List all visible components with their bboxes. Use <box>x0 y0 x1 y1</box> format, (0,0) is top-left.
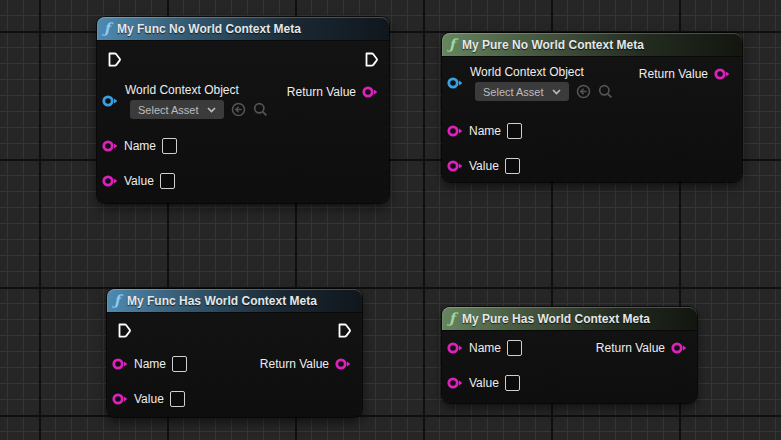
name-pin[interactable] <box>102 139 118 153</box>
asset-picker-dropdown[interactable]: Select Asset <box>130 100 224 119</box>
return-value-label: Return Value <box>639 67 708 81</box>
name-pin[interactable] <box>447 124 463 138</box>
return-value-label: Return Value <box>260 357 329 371</box>
name-input[interactable] <box>172 356 187 372</box>
value-input[interactable] <box>505 158 520 174</box>
browse-asset-icon[interactable] <box>598 84 613 99</box>
graph-canvas[interactable]: ƒ My Func No World Context Meta World Co… <box>0 0 781 440</box>
node-title: My Func Has World Context Meta <box>127 294 317 308</box>
node-title: My Pure No World Context Meta <box>462 38 644 52</box>
chevron-down-icon <box>207 107 216 113</box>
name-pin[interactable] <box>112 357 128 371</box>
return-value-pin[interactable] <box>714 67 730 81</box>
value-label: Value <box>469 376 499 390</box>
name-label: Name <box>469 124 501 138</box>
use-selected-asset-icon[interactable] <box>231 102 246 117</box>
name-input[interactable] <box>162 138 177 154</box>
value-pin[interactable] <box>447 159 463 173</box>
asset-picker-value: Select Asset <box>138 104 199 116</box>
name-input[interactable] <box>507 123 522 139</box>
world-context-object-label: World Context Object <box>125 83 268 97</box>
value-label: Value <box>469 159 499 173</box>
asset-picker-value: Select Asset <box>483 86 544 98</box>
function-icon: ƒ <box>449 311 455 325</box>
name-label: Name <box>134 357 166 371</box>
node-header[interactable]: ƒ My Func No World Context Meta <box>97 17 389 40</box>
node-header[interactable]: ƒ My Func Has World Context Meta <box>107 289 362 312</box>
browse-asset-icon[interactable] <box>253 102 268 117</box>
function-icon: ƒ <box>114 293 120 307</box>
node-my-func-no-world-context-meta[interactable]: ƒ My Func No World Context Meta World Co… <box>97 17 389 203</box>
value-label: Value <box>134 392 164 406</box>
value-input[interactable] <box>160 173 175 189</box>
chevron-down-icon <box>552 89 561 95</box>
node-title: My Func No World Context Meta <box>117 22 301 36</box>
node-my-func-has-world-context-meta[interactable]: ƒ My Func Has World Context Meta Name Re… <box>107 289 362 417</box>
return-value-label: Return Value <box>287 85 356 99</box>
function-icon: ƒ <box>449 37 455 51</box>
node-header[interactable]: ƒ My Pure Has World Context Meta <box>442 307 697 330</box>
value-pin[interactable] <box>102 174 118 188</box>
exec-output-pin[interactable] <box>338 323 351 339</box>
name-input[interactable] <box>507 340 522 356</box>
return-value-pin[interactable] <box>671 341 687 355</box>
exec-output-pin[interactable] <box>365 52 378 68</box>
return-value-pin[interactable] <box>335 357 351 371</box>
node-my-pure-no-world-context-meta[interactable]: ƒ My Pure No World Context Meta World Co… <box>442 33 742 182</box>
name-label: Name <box>469 341 501 355</box>
node-header[interactable]: ƒ My Pure No World Context Meta <box>442 33 742 56</box>
use-selected-asset-icon[interactable] <box>576 84 591 99</box>
value-pin[interactable] <box>112 392 128 406</box>
function-icon: ƒ <box>104 21 110 35</box>
world-context-object-label: World Context Object <box>470 65 613 79</box>
node-title: My Pure Has World Context Meta <box>462 312 650 326</box>
name-label: Name <box>124 139 156 153</box>
return-value-pin[interactable] <box>362 85 378 99</box>
return-value-label: Return Value <box>596 341 665 355</box>
node-my-pure-has-world-context-meta[interactable]: ƒ My Pure Has World Context Meta Name Re… <box>442 307 697 403</box>
value-pin[interactable] <box>447 376 463 390</box>
world-context-object-pin[interactable] <box>447 76 463 90</box>
world-context-object-pin[interactable] <box>102 94 118 108</box>
name-pin[interactable] <box>447 341 463 355</box>
exec-input-pin[interactable] <box>108 52 121 68</box>
value-input[interactable] <box>505 375 520 391</box>
asset-picker-dropdown[interactable]: Select Asset <box>475 82 569 101</box>
value-input[interactable] <box>170 391 185 407</box>
exec-input-pin[interactable] <box>118 323 131 339</box>
value-label: Value <box>124 174 154 188</box>
